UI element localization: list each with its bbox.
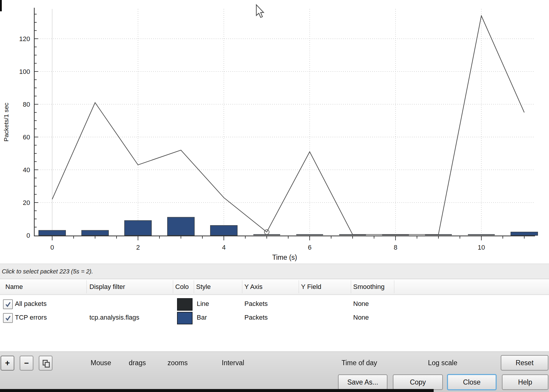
column-divider bbox=[242, 280, 242, 293]
color-swatch[interactable] bbox=[177, 312, 193, 324]
checkbox-checked-icon bbox=[5, 301, 11, 307]
yaxis-cell[interactable]: Packets bbox=[244, 297, 268, 311]
screen-edge-artifact bbox=[0, 389, 434, 392]
svg-text:60: 60 bbox=[23, 133, 30, 141]
y-axis-title: Packets/1 sec bbox=[3, 103, 10, 142]
table-row-tcp-errors[interactable]: TCP errors tcp.analysis.flags Bar Packet… bbox=[0, 311, 549, 324]
remove-graph-button[interactable]: − bbox=[20, 356, 33, 371]
duplicate-graph-button[interactable] bbox=[39, 356, 52, 371]
svg-text:2: 2 bbox=[136, 244, 140, 251]
tick-labels: 0204060801001200246810 bbox=[19, 35, 485, 251]
mouse-label: Mouse bbox=[91, 355, 111, 370]
col-header-color[interactable]: Colo bbox=[175, 279, 189, 295]
checkbox-checked-icon bbox=[5, 315, 11, 321]
svg-text:0: 0 bbox=[27, 232, 30, 239]
screen-edge-artifact bbox=[0, 0, 2, 11]
save-as-button[interactable]: Save As... bbox=[338, 374, 387, 390]
close-button[interactable]: Close bbox=[447, 374, 497, 390]
column-divider bbox=[86, 280, 87, 293]
svg-text:10: 10 bbox=[478, 244, 485, 251]
hover-status-bar: Click to select packet 223 (5s = 2). bbox=[0, 264, 549, 279]
all-packets-line[interactable] bbox=[52, 16, 524, 234]
svg-text:0: 0 bbox=[50, 244, 54, 251]
yaxis-cell[interactable]: Packets bbox=[244, 311, 268, 324]
interval-label: Interval bbox=[222, 355, 244, 370]
hover-status-text: Click to select packet 223 (5s = 2). bbox=[0, 268, 93, 275]
mouse-drags-label[interactable]: drags bbox=[129, 355, 146, 370]
x-axis-title: Time (s) bbox=[272, 253, 297, 261]
time-of-day-label[interactable]: Time of day bbox=[342, 355, 377, 370]
column-divider bbox=[394, 280, 394, 293]
column-divider bbox=[299, 280, 299, 293]
svg-text:100: 100 bbox=[19, 68, 30, 75]
graph-name-cell[interactable]: All packets bbox=[15, 297, 46, 311]
tick-marks bbox=[34, 14, 524, 241]
io-graph-plot-area[interactable]: 0204060801001200246810Time (s)Packets/1 … bbox=[0, 0, 549, 264]
svg-text:20: 20 bbox=[23, 199, 30, 206]
row-enabled-checkbox[interactable] bbox=[3, 313, 13, 323]
style-cell[interactable]: Line bbox=[197, 297, 209, 311]
smoothing-cell[interactable]: None bbox=[353, 297, 369, 311]
reset-button[interactable]: Reset bbox=[501, 355, 548, 371]
svg-text:6: 6 bbox=[308, 244, 311, 251]
add-graph-button[interactable]: + bbox=[1, 356, 14, 371]
column-divider bbox=[194, 280, 194, 293]
col-header-yaxis[interactable]: Y Axis bbox=[244, 279, 263, 295]
io-graph-chart[interactable]: 0204060801001200246810Time (s)Packets/1 … bbox=[0, 0, 549, 264]
duplicate-icon bbox=[43, 360, 49, 366]
tcp-errors-bars[interactable] bbox=[39, 217, 538, 236]
col-header-yfield[interactable]: Y Field bbox=[301, 279, 321, 295]
col-header-filter[interactable]: Display filter bbox=[89, 279, 125, 295]
help-button[interactable]: Help bbox=[502, 374, 548, 390]
graph-name-cell[interactable]: TCP errors bbox=[15, 311, 47, 324]
column-divider bbox=[173, 280, 173, 293]
color-swatch[interactable] bbox=[177, 298, 193, 311]
column-divider bbox=[351, 280, 351, 293]
graphs-table-header: Name Display filter Colo Style Y Axis Y … bbox=[0, 279, 549, 295]
svg-text:4: 4 bbox=[222, 244, 226, 251]
style-cell[interactable]: Bar bbox=[197, 311, 207, 324]
svg-text:40: 40 bbox=[23, 166, 30, 174]
svg-text:120: 120 bbox=[19, 35, 30, 43]
mouse-zooms-label[interactable]: zooms bbox=[168, 355, 188, 370]
col-header-style[interactable]: Style bbox=[196, 279, 211, 295]
display-filter-cell[interactable]: tcp.analysis.flags bbox=[89, 311, 139, 324]
grid-lines bbox=[34, 9, 535, 235]
log-scale-label[interactable]: Log scale bbox=[428, 355, 457, 370]
row-enabled-checkbox[interactable] bbox=[3, 299, 13, 309]
svg-text:80: 80 bbox=[23, 101, 30, 108]
table-row-all-packets[interactable]: All packets Line Packets None bbox=[0, 297, 549, 311]
graphs-table: Name Display filter Colo Style Y Axis Y … bbox=[0, 279, 549, 351]
mouse-cursor-icon bbox=[256, 5, 264, 18]
axes bbox=[34, 8, 535, 236]
col-header-smoothing[interactable]: Smoothing bbox=[353, 279, 384, 295]
smoothing-cell[interactable]: None bbox=[353, 311, 369, 324]
svg-text:8: 8 bbox=[394, 244, 397, 251]
dialog-controls-panel: + − Mouse drags zooms Interval 1 sec ▼ T… bbox=[0, 351, 549, 392]
io-graph-dialog: 0204060801001200246810Time (s)Packets/1 … bbox=[0, 0, 549, 392]
copy-button[interactable]: Copy bbox=[393, 374, 443, 390]
col-header-name[interactable]: Name bbox=[5, 279, 23, 295]
